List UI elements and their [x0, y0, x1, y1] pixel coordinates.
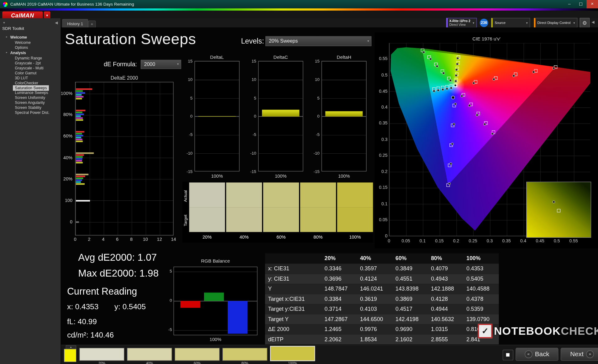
swatch-100 [337, 183, 373, 232]
table-row-label: y: CIE31 [265, 274, 321, 284]
cie-y-tick: 0.05 [375, 217, 387, 222]
cie-y-tick: 0.2 [375, 169, 387, 174]
patch-80[interactable] [222, 348, 267, 361]
expand-patches-icon[interactable]: ▲ [66, 345, 76, 349]
de-bar [76, 141, 83, 142]
levels-select[interactable]: 20% Sweeps ▼ [265, 36, 371, 46]
table-header-row: 20%40%60%80%100% [265, 253, 499, 264]
de-bar [76, 174, 89, 175]
rgb-y-tick: 5 [162, 268, 172, 273]
de-bar [76, 113, 84, 115]
cie-measured-marker [456, 63, 459, 66]
de-y-tick: 80% [53, 112, 72, 117]
cie-y-tick: 0.35 [375, 121, 387, 125]
sidebar-item-3d-lut[interactable]: 3D LUT [13, 76, 30, 81]
rgb-balance-plot-area [173, 267, 257, 335]
delta-y-tick: -10 [309, 151, 320, 155]
gear-icon[interactable]: ⚙ [580, 18, 590, 28]
current-x: x: 0.4353 [67, 302, 99, 311]
sidebar-item-grayscale-2pt[interactable]: Grayscale - 2pt [13, 61, 42, 66]
swatch-60 [263, 183, 299, 232]
gridline [75, 115, 173, 115]
page-title: Saturation Sweeps [65, 30, 196, 48]
de-bar [76, 131, 84, 133]
de-bar [76, 200, 90, 202]
table-cell: 140.4588 [463, 284, 499, 294]
maximize-button[interactable]: ◻ [575, 0, 587, 8]
sidebar-collapse-icon[interactable]: ◀ [55, 21, 58, 25]
deltac-chart: DeltaC 100% 151050-5-10-15 [246, 54, 303, 180]
pattern-window-icon[interactable] [503, 350, 513, 360]
swatch-actual [337, 183, 373, 208]
sidebar-item-dynamic-range[interactable]: Dynamic Range [13, 56, 44, 61]
swatch-20 [189, 183, 225, 232]
cie-measured-marker [552, 67, 555, 70]
sidebar-item-options[interactable]: Options [13, 45, 30, 50]
table-cell: 143.8398 [392, 284, 428, 294]
sidebar-item-welcome[interactable]: Welcome [13, 40, 32, 45]
cie-measured-marker [492, 78, 495, 81]
delta-y-tick: 5 [182, 96, 192, 100]
sidebar-dot-icon[interactable]: ● [3, 21, 5, 24]
cie-measured-marker [483, 123, 486, 126]
table-cell: 0.4353 [463, 264, 499, 273]
collapse-right-panel-icon[interactable]: ◀ [591, 20, 594, 24]
sidebar-item-color-gamut[interactable]: Color Gamut [13, 71, 38, 76]
de-y-tick: 0 [53, 219, 72, 224]
cie-measured-marker [450, 86, 453, 89]
table-cell: 0.4517 [392, 304, 428, 314]
patch-60[interactable] [175, 348, 220, 361]
sidebar-item-screen-angularity[interactable]: Screen Angularity [13, 100, 46, 105]
table-row-label: Target Y [265, 314, 321, 324]
patch-20[interactable] [79, 348, 124, 361]
current-patch-swatch[interactable] [64, 349, 76, 362]
minimize-button[interactable]: – [564, 0, 575, 8]
sidebar-item-grayscale-multi[interactable]: Grayscale - Multi [13, 66, 45, 71]
de-bar [76, 221, 79, 223]
sidebar-item-screen-stability[interactable]: Screen Stability [13, 105, 43, 110]
cie-measured-marker [448, 182, 451, 185]
sidebar-item-spectral-power-dist[interactable]: Spectral Power Dist. [13, 110, 51, 115]
patch-40[interactable] [127, 348, 172, 361]
delta-y-tick: -10 [182, 151, 192, 155]
table-cell: 0.9976 [357, 324, 392, 334]
sidebar-item-colorchecker[interactable]: ColorChecker [13, 81, 40, 86]
display-control-dropdown[interactable]: Direct Display Control ▼ [534, 18, 577, 28]
swatch-target [300, 207, 336, 232]
rgb-y-tick: 0 [162, 298, 172, 303]
back-chevron-icon: « [524, 351, 532, 358]
table-row-label: Target x:CIE31 [265, 294, 321, 304]
back-button[interactable]: « Back [516, 348, 558, 361]
delta-y-tick: 0 [309, 114, 320, 119]
deltae-chart: DeltaE 2000 100%80%60%40%20%100002468101… [53, 75, 179, 245]
source-dropdown[interactable]: Source ▼ [491, 18, 530, 28]
delta-y-tick: -15 [182, 169, 192, 174]
de-bar [76, 178, 83, 179]
table-row-label: ΔE 2000 [265, 324, 321, 334]
table-cell: 0.5405 [463, 274, 499, 284]
sidebar-item-saturation-sweeps[interactable]: Saturation Sweeps [13, 86, 49, 91]
meter-dropdown[interactable]: X-Rite i1Pro 2 Direct View ▼ [446, 18, 477, 28]
de-formula-select[interactable]: 2000 ▼ [141, 60, 181, 69]
next-button[interactable]: Next » [561, 348, 598, 361]
tab-history-1[interactable]: History 1 [62, 19, 88, 28]
current-fl: fL: 40.99 [67, 317, 97, 326]
cie-x-tick: 0.4 [517, 239, 530, 243]
deltae-plot-area [75, 82, 173, 235]
sidebar-group-analysis[interactable]: ▸Analysis [0, 51, 61, 56]
patch-100[interactable] [270, 346, 315, 361]
table-cell: 146.0241 [357, 284, 392, 294]
cie-measured-marker [429, 58, 432, 61]
sidebar-group-welcome[interactable]: ▸Welcome [0, 35, 61, 40]
add-tab-button[interactable]: + [88, 21, 96, 28]
rgb-bar [204, 293, 224, 301]
table-cell: 0.3714 [321, 304, 357, 314]
de-bar [76, 176, 85, 177]
gridline [75, 179, 173, 180]
de-y-tick: 20% [53, 176, 72, 182]
sidebar-item-luminance-sweeps[interactable]: Luminance Sweeps [13, 91, 50, 95]
sidebar-item-screen-uniformity[interactable]: Screen Uniformity [13, 96, 47, 100]
cie-title: CIE 1976 u'v' [375, 36, 598, 41]
cie-measured-marker [452, 123, 455, 125]
close-button[interactable]: × [586, 0, 598, 8]
